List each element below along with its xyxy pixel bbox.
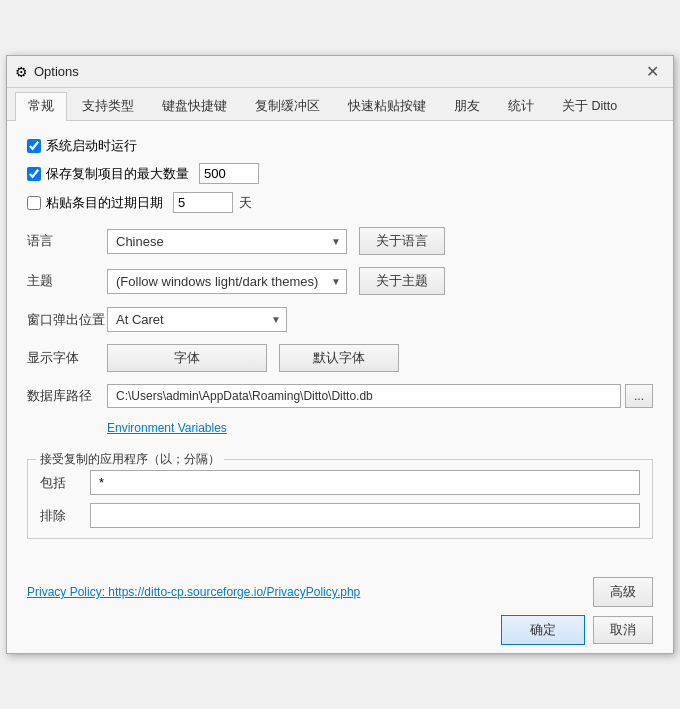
options-window: ⚙ Options ✕ 常规 支持类型 键盘快捷键 复制缓冲区 快速粘贴按键 朋… (6, 55, 674, 654)
default-font-button[interactable]: 默认字体 (279, 344, 399, 372)
tab-support-types[interactable]: 支持类型 (69, 92, 147, 120)
tab-quick-paste[interactable]: 快速粘贴按键 (335, 92, 439, 120)
include-input[interactable] (90, 470, 640, 495)
exclude-label: 排除 (40, 507, 90, 525)
privacy-row: Privacy Policy: https://ditto-cp.sourcef… (27, 577, 653, 607)
tab-clipboard[interactable]: 复制缓冲区 (242, 92, 333, 120)
tab-bar: 常规 支持类型 键盘快捷键 复制缓冲区 快速粘贴按键 朋友 统计 关于 Ditt… (7, 88, 673, 121)
cancel-button[interactable]: 取消 (593, 616, 653, 644)
language-select-wrapper: Chinese English Japanese Korean ▼ (107, 229, 347, 254)
include-row: 包括 (40, 470, 640, 495)
tab-stats[interactable]: 统计 (495, 92, 547, 120)
apps-group-title: 接受复制的应用程序（以；分隔） (36, 451, 224, 468)
tab-friends[interactable]: 朋友 (441, 92, 493, 120)
startup-label: 系统启动时运行 (46, 137, 137, 155)
theme-select[interactable]: (Follow windows light/dark themes) Light… (107, 269, 347, 294)
position-label: 窗口弹出位置 (27, 311, 107, 329)
position-select[interactable]: At Caret At Mouse At Fixed Position (107, 307, 287, 332)
expire-label: 粘贴条目的过期日期 (46, 194, 163, 212)
startup-checkbox[interactable] (27, 139, 41, 153)
theme-row: 主题 (Follow windows light/dark themes) Li… (27, 267, 653, 295)
language-label: 语言 (27, 232, 107, 250)
tab-keyboard[interactable]: 键盘快捷键 (149, 92, 240, 120)
content-area: 系统启动时运行 保存复制项目的最大数量 粘贴条目的过期日期 天 语言 (7, 121, 673, 569)
advanced-button[interactable]: 高级 (593, 577, 653, 607)
expire-checkbox[interactable] (27, 196, 41, 210)
exclude-input[interactable] (90, 503, 640, 528)
tab-general[interactable]: 常规 (15, 92, 67, 121)
include-label: 包括 (40, 474, 90, 492)
window-title: Options (34, 64, 79, 79)
font-row: 显示字体 字体 默认字体 (27, 344, 653, 372)
tab-about[interactable]: 关于 Ditto (549, 92, 630, 120)
theme-label: 主题 (27, 272, 107, 290)
theme-select-wrapper: (Follow windows light/dark themes) Light… (107, 269, 347, 294)
max-copies-checkbox-label[interactable]: 保存复制项目的最大数量 (27, 165, 189, 183)
privacy-link[interactable]: Privacy Policy: https://ditto-cp.sourcef… (27, 585, 360, 599)
position-row: 窗口弹出位置 At Caret At Mouse At Fixed Positi… (27, 307, 653, 332)
footer-bar: Privacy Policy: https://ditto-cp.sourcef… (7, 569, 673, 653)
ok-button[interactable]: 确定 (501, 615, 585, 645)
title-bar-left: ⚙ Options (15, 64, 79, 80)
close-button[interactable]: ✕ (640, 62, 665, 82)
max-copies-label: 保存复制项目的最大数量 (46, 165, 189, 183)
title-bar: ⚙ Options ✕ (7, 56, 673, 88)
font-label: 显示字体 (27, 349, 107, 367)
max-copies-input[interactable] (199, 163, 259, 184)
app-icon: ⚙ (15, 64, 28, 80)
db-path-row: 数据库路径 ... (27, 384, 653, 408)
expire-checkbox-label[interactable]: 粘贴条目的过期日期 (27, 194, 163, 212)
language-row: 语言 Chinese English Japanese Korean ▼ 关于语… (27, 227, 653, 255)
position-select-wrapper: At Caret At Mouse At Fixed Position ▼ (107, 307, 287, 332)
db-label: 数据库路径 (27, 387, 107, 405)
expire-unit: 天 (239, 194, 252, 212)
db-path-input[interactable] (107, 384, 621, 408)
startup-checkbox-label[interactable]: 系统启动时运行 (27, 137, 137, 155)
footer-buttons: 确定 取消 (27, 615, 653, 645)
apps-group-box: 接受复制的应用程序（以；分隔） 包括 排除 (27, 459, 653, 539)
language-info-button[interactable]: 关于语言 (359, 227, 445, 255)
font-button[interactable]: 字体 (107, 344, 267, 372)
expire-input[interactable] (173, 192, 233, 213)
env-variables-link[interactable]: Environment Variables (107, 421, 227, 435)
language-select[interactable]: Chinese English Japanese Korean (107, 229, 347, 254)
max-copies-checkbox[interactable] (27, 167, 41, 181)
theme-info-button[interactable]: 关于主题 (359, 267, 445, 295)
db-browse-button[interactable]: ... (625, 384, 653, 408)
exclude-row: 排除 (40, 503, 640, 528)
